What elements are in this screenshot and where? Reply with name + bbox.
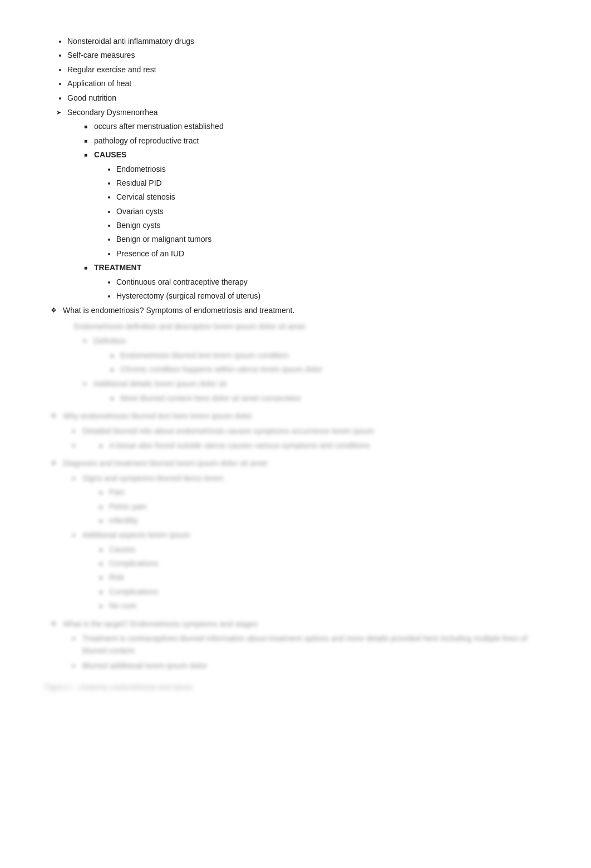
blurred-diamond-section-3: Diagnosis and treatment blurred lorem ip… [45,457,546,612]
blurred-item: A tissue also found outside uterus cause… [71,439,546,452]
blurred-arrow-3: Signs and symptoms blurred items lorem P… [63,472,546,612]
footer-label: Figure 1 – Anatomy, endometriosis and ut… [45,683,193,691]
endometriosis-question-item: What is endometriosis? Symptoms of endom… [51,304,546,404]
blurred-square-list: Endometriosis blurred text lorem ipsum c… [93,349,546,376]
blurred-sq-4: Causes Complications Risk Complications … [82,543,546,612]
blurred-diamond-list-4: What is the target? Endometriosis sympto… [45,618,546,672]
blurred-sq-3: Pain Pelvic pain Infertility [82,486,546,527]
blurred-item: Infertility [99,514,546,527]
list-item: occurs after menstruation established [84,120,546,132]
main-content: Nonsteroidal anti inflammatory drugs Sel… [45,35,546,691]
footer-text: Figure 1 – Anatomy, endometriosis and ut… [45,683,546,691]
blurred-diamond-item: Why endometriosis blurred text here lore… [51,410,546,452]
blurred-item: Additional aspects lorem ipsum Causes Co… [71,529,546,612]
list-item: Hysterectomy (surgical removal of uterus… [116,290,546,302]
causes-item: CAUSES Endometriosis Residual PID Cervic… [84,148,546,260]
blurred-section-1: Endometriosis definition and description… [63,320,546,404]
blurred-item: Risk [99,571,546,583]
blurred-arrow-2: Detailed blurred info about endometriosi… [63,425,546,452]
treatment-list: Continuous oral contraceptive therapy Hy… [94,276,546,302]
blurred-item: Treatment is contraceptives blurred info… [71,632,546,657]
list-item: Endometriosis [116,163,546,175]
causes-label: CAUSES [94,150,126,159]
blurred-item: Definition Endometriosis blurred text lo… [82,335,546,375]
blurred-arrow-4: Treatment is contraceptives blurred info… [63,632,546,672]
blurred-item: Pelvic pain [99,500,546,513]
blurred-item: Complications [99,586,546,598]
blurred-item: Signs and symptoms blurred items lorem P… [71,472,546,527]
blurred-diamond-item: What is the target? Endometriosis sympto… [51,618,546,672]
blurred-item: Chronic condition happens within uterus … [110,363,546,375]
blurred-arrow-list-1: Definition Endometriosis blurred text lo… [74,335,546,404]
list-item: Benign or malignant tumors [116,233,546,245]
diamond-list: What is endometriosis? Symptoms of endom… [45,304,546,404]
secondary-square-list: occurs after menstruation established pa… [67,120,546,302]
blurred-item: Causes [99,543,546,555]
secondary-dysmenorrhea-item: Secondary Dysmenorrhea occurs after mens… [56,106,546,302]
list-item: Cervical stenosis [116,191,546,203]
blurred-item: Endometriosis blurred text lorem ipsum c… [110,349,546,361]
list-item: Continuous oral contraceptive therapy [116,276,546,288]
list-item: Residual PID [116,177,546,189]
endometriosis-question-label: What is endometriosis? Symptoms of endom… [63,306,294,315]
blurred-item: More blurred content here dolor sit amet… [110,392,546,404]
secondary-dysmenorrhea-label: Secondary Dysmenorrhea [67,108,158,117]
blurred-diamond-section-4: What is the target? Endometriosis sympto… [45,618,546,672]
blurred-diamond-item: Diagnosis and treatment blurred lorem ip… [51,457,546,612]
blurred-item: A tissue also found outside uterus cause… [99,439,546,452]
treatment-label: TREATMENT [94,263,141,272]
list-item: Presence of an IUD [116,247,546,260]
blurred-item: Detailed blurred info about endometriosi… [71,425,546,437]
blurred-diamond-list-3: Diagnosis and treatment blurred lorem ip… [45,457,546,612]
list-item: pathology of reproductive tract [84,135,546,147]
list-item: Ovarian cysts [116,205,546,217]
list-item: Regular exercise and rest [67,63,546,76]
blurred-sq: A tissue also found outside uterus cause… [82,439,546,452]
blurred-line: Endometriosis definition and description… [74,320,546,333]
blurred-item: Blurred additional lorem ipsum dolor [71,659,546,672]
list-item: Benign cysts [116,219,546,231]
blurred-item: Complications [99,557,546,569]
blurred-diamond-list-2: Why endometriosis blurred text here lore… [45,410,546,452]
blurred-item: No cure [99,599,546,612]
causes-list: Endometriosis Residual PID Cervical sten… [94,163,546,260]
blurred-item: Additional details lorem ipsum dolor sit… [82,378,546,404]
blurred-square-list-2: More blurred content here dolor sit amet… [93,392,546,404]
top-bullet-list: Nonsteroidal anti inflammatory drugs Sel… [45,35,546,104]
blurred-item: Pain [99,486,546,498]
treatment-item: TREATMENT Continuous oral contraceptive … [84,261,546,302]
list-item: Self-care measures [67,49,546,61]
list-item: Application of heat [67,77,546,90]
list-item: Nonsteroidal anti inflammatory drugs [67,35,546,47]
secondary-dysmenorrhea-section: Secondary Dysmenorrhea occurs after mens… [45,106,546,302]
list-item: Good nutrition [67,92,546,104]
blurred-diamond-section-2: Why endometriosis blurred text here lore… [45,410,546,452]
